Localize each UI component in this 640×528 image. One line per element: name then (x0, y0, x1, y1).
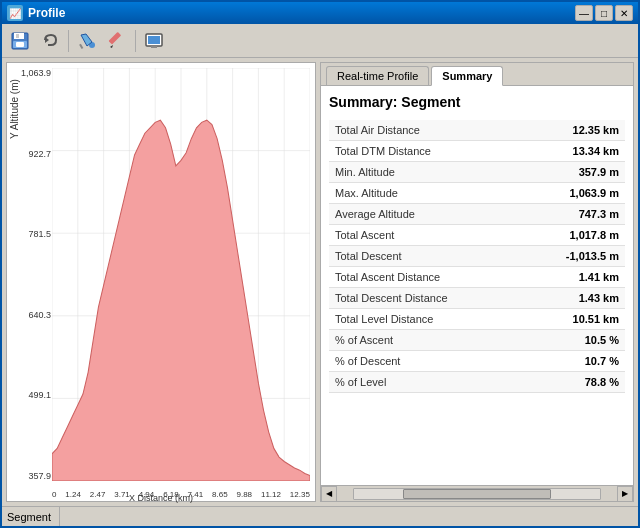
x-axis-title: X Distance (km) (7, 493, 315, 503)
row-value: 1.41 km (507, 267, 625, 288)
pencil-button[interactable] (103, 28, 131, 54)
table-row: Min. Altitude357.9 m (329, 162, 625, 183)
minimize-button[interactable]: — (575, 5, 593, 21)
app-icon: 📈 (7, 5, 23, 21)
table-row: Total Air Distance12.35 km (329, 120, 625, 141)
row-label: Total Ascent Distance (329, 267, 507, 288)
bucket-button[interactable] (73, 28, 101, 54)
main-content: Y Altitude (m) 1,063.9 922.7 781.5 640.3… (2, 58, 638, 506)
save-icon (11, 32, 29, 50)
row-value: 78.8 % (507, 372, 625, 393)
summary-content[interactable]: Summary: Segment Total Air Distance12.35… (321, 86, 633, 485)
row-label: Total Ascent (329, 225, 507, 246)
status-segment-text: Segment (7, 507, 60, 526)
row-value: 10.51 km (507, 309, 625, 330)
row-value: 10.5 % (507, 330, 625, 351)
y-label-4: 640.3 (9, 310, 51, 320)
table-row: Max. Altitude1,063.9 m (329, 183, 625, 204)
chart-svg-container (52, 68, 310, 481)
close-button[interactable]: ✕ (615, 5, 633, 21)
row-label: % of Ascent (329, 330, 507, 351)
row-label: Total DTM Distance (329, 141, 507, 162)
svg-rect-4 (16, 42, 24, 47)
table-row: % of Level78.8 % (329, 372, 625, 393)
pencil-icon (108, 32, 126, 50)
horizontal-scrollbar[interactable]: ◀ ▶ (321, 485, 633, 501)
save-button[interactable] (6, 28, 34, 54)
svg-rect-2 (16, 34, 19, 38)
title-bar: 📈 Profile — □ ✕ (2, 2, 638, 24)
screen-button[interactable] (140, 28, 168, 54)
y-axis-labels: 1,063.9 922.7 781.5 640.3 499.1 357.9 (9, 68, 51, 481)
row-value: 1,017.8 m (507, 225, 625, 246)
chart-panel: Y Altitude (m) 1,063.9 922.7 781.5 640.3… (6, 62, 316, 502)
right-panel: Real-time Profile Summary Summary: Segme… (320, 62, 634, 502)
toolbar-separator (68, 30, 69, 52)
table-row: Total DTM Distance13.34 km (329, 141, 625, 162)
row-label: % of Level (329, 372, 507, 393)
toolbar (2, 24, 638, 58)
svg-marker-5 (45, 37, 49, 43)
altitude-chart (52, 68, 310, 481)
toolbar-separator-2 (135, 30, 136, 52)
y-label-6: 357.9 (9, 471, 51, 481)
svg-marker-9 (110, 45, 113, 48)
row-value: 12.35 km (507, 120, 625, 141)
svg-marker-30 (52, 120, 310, 481)
y-label-2: 922.7 (9, 149, 51, 159)
row-label: Total Descent Distance (329, 288, 507, 309)
row-label: Average Altitude (329, 204, 507, 225)
row-label: % of Descent (329, 351, 507, 372)
row-value: 1.43 km (507, 288, 625, 309)
main-window: 📈 Profile — □ ✕ (0, 0, 640, 528)
window-controls: — □ ✕ (575, 5, 633, 21)
svg-rect-12 (151, 46, 157, 48)
screen-icon (145, 32, 163, 50)
scrollbar-thumb[interactable] (403, 489, 551, 499)
window-title: Profile (28, 6, 575, 20)
tab-summary[interactable]: Summary (431, 66, 503, 86)
status-text: Segment (7, 511, 51, 523)
row-value: 1,063.9 m (507, 183, 625, 204)
row-value: 357.9 m (507, 162, 625, 183)
y-label-3: 781.5 (9, 229, 51, 239)
svg-rect-7 (79, 43, 83, 48)
table-row: Total Descent Distance1.43 km (329, 288, 625, 309)
bucket-icon (78, 32, 96, 50)
undo-icon (41, 32, 59, 50)
svg-rect-11 (148, 36, 160, 44)
maximize-button[interactable]: □ (595, 5, 613, 21)
row-value: 747.3 m (507, 204, 625, 225)
y-label-1: 1,063.9 (9, 68, 51, 78)
row-label: Total Level Distance (329, 309, 507, 330)
row-label: Max. Altitude (329, 183, 507, 204)
row-value: -1,013.5 m (507, 246, 625, 267)
table-row: % of Descent10.7 % (329, 351, 625, 372)
status-bar: Segment (2, 506, 638, 526)
row-label: Total Air Distance (329, 120, 507, 141)
svg-rect-8 (109, 32, 122, 45)
table-row: % of Ascent10.5 % (329, 330, 625, 351)
tab-bar: Real-time Profile Summary (321, 63, 633, 86)
row-value: 13.34 km (507, 141, 625, 162)
row-label: Min. Altitude (329, 162, 507, 183)
table-row: Total Ascent Distance1.41 km (329, 267, 625, 288)
row-value: 10.7 % (507, 351, 625, 372)
scrollbar-track[interactable] (353, 488, 601, 500)
summary-table: Total Air Distance12.35 kmTotal DTM Dist… (329, 120, 625, 393)
table-row: Average Altitude747.3 m (329, 204, 625, 225)
scroll-left-button[interactable]: ◀ (321, 486, 337, 502)
table-row: Total Descent-1,013.5 m (329, 246, 625, 267)
y-label-5: 499.1 (9, 390, 51, 400)
undo-button[interactable] (36, 28, 64, 54)
scroll-right-button[interactable]: ▶ (617, 486, 633, 502)
row-label: Total Descent (329, 246, 507, 267)
tab-realtime[interactable]: Real-time Profile (326, 66, 429, 85)
summary-title: Summary: Segment (329, 94, 625, 110)
table-row: Total Ascent1,017.8 m (329, 225, 625, 246)
table-row: Total Level Distance10.51 km (329, 309, 625, 330)
